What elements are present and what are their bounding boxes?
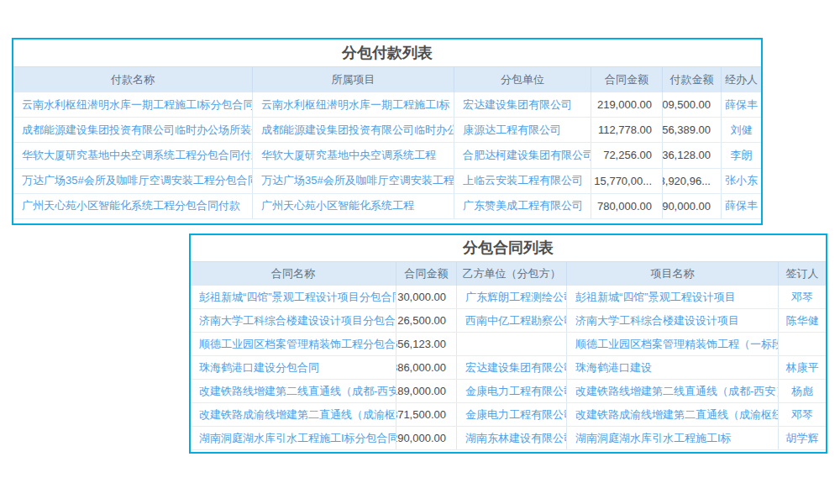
payment-amount-column-header: 付款金额 — [663, 67, 722, 92]
payment-amount-cell: 56,389.00 — [663, 118, 722, 142]
handler-cell[interactable]: 刘健 — [722, 118, 761, 142]
contract-amount-cell: 656,123.00 — [396, 333, 457, 355]
payment-table-header-row: 付款名称所属项目分包单位合同金额付款金额经办人 — [13, 67, 761, 92]
contract-name-cell[interactable]: 改建铁路成渝线增建第二直通线（成渝枢纽）电力... — [191, 403, 396, 426]
contract-amount-cell: 112,778.00 — [591, 118, 663, 142]
contract-amount-cell: 72,256.00 — [591, 143, 663, 167]
signer-cell[interactable]: 邓琴 — [779, 403, 826, 426]
table-row[interactable]: 顺德工业园区档案管理精装饰工程分包合同656,123.00顺德工业园区档案管理精… — [191, 333, 826, 356]
contract-amount-cell: 386,000.00 — [396, 356, 457, 379]
subcontract-unit-cell[interactable]: 上临云安装工程有限公司 — [454, 169, 591, 193]
payment-amount-cell: 36,128.00 — [663, 143, 722, 167]
table-row[interactable]: 湖南洞庭湖水库引水工程施工I标分包合同290,000.00湖南东林建设有限公司湖… — [191, 427, 826, 450]
payment-name-cell[interactable]: 成都能源建设集团投资有限公司临时办公场所装修改造... — [13, 118, 253, 142]
signer-cell[interactable]: 胡学辉 — [779, 427, 826, 449]
party-b-unit-cell[interactable]: 金康电力工程有限公司 — [457, 380, 567, 402]
payment-table-title: 分包付款列表 — [13, 39, 761, 67]
payment-amount-cell: 3,920,96... — [663, 169, 722, 193]
subcontract-payment-table: 分包付款列表 付款名称所属项目分包单位合同金额付款金额经办人 云南水利枢纽潜明水… — [12, 38, 763, 225]
table-row[interactable]: 珠海鹤港口建设分包合同386,000.00宏达建设集团有限公司珠海鹤港口建设林康… — [191, 356, 826, 380]
subcontract-unit-column-header: 分包单位 — [454, 67, 591, 92]
signer-cell — [779, 333, 826, 355]
party-b-unit-cell[interactable]: 宏达建设集团有限公司 — [457, 356, 567, 379]
contract-amount-cell: 219,000.00 — [591, 92, 663, 117]
subcontract-contract-table: 分包合同列表 合同名称合同金额乙方单位（分包方）项目名称签订人 彭祖新城“四馆”… — [189, 234, 827, 454]
project-cell[interactable]: 成都能源建设集团投资有限公司临时办公场所... — [253, 118, 454, 142]
payment-amount-cell: 109,500.00 — [663, 92, 722, 117]
contract-amount-cell: 189,000.00 — [396, 380, 457, 402]
contract-amount-cell: 780,000.00 — [591, 194, 663, 218]
contract-name-cell[interactable]: 顺德工业园区档案管理精装饰工程分包合同 — [191, 333, 396, 355]
table-row[interactable]: 广州天心苑小区智能化系统工程分包合同付款广州天心苑小区智能化系统工程广东赞美成工… — [13, 194, 761, 219]
contract-name-cell[interactable]: 珠海鹤港口建设分包合同 — [191, 356, 396, 379]
handler-cell[interactable]: 薛保丰 — [722, 92, 761, 117]
project-name-cell[interactable]: 彭祖新城“四馆”景观工程设计项目 — [567, 286, 779, 308]
table-row[interactable]: 济南大学工科综合楼建设设计项目分包合同26,500.00西南中亿工程勘察公司济南… — [191, 309, 826, 333]
project-cell[interactable]: 广州天心苑小区智能化系统工程 — [253, 194, 454, 218]
contract-table-body: 彭祖新城“四馆”景观工程设计项目分包合同30,000.00广东辉朗工程测绘公司彭… — [191, 286, 826, 450]
contract-amount-cell: 15,770,00... — [591, 169, 663, 193]
signer-cell[interactable]: 陈华健 — [779, 309, 826, 332]
payment-name-cell[interactable]: 华软大厦研究基地中央空调系统工程分包合同付款 — [13, 143, 253, 167]
project-name-cell[interactable]: 湖南洞庭湖水库引水工程施工I标 — [567, 427, 779, 449]
contract-name-cell[interactable]: 彭祖新城“四馆”景观工程设计项目分包合同 — [191, 286, 396, 308]
payment-name-column-header: 付款名称 — [13, 67, 253, 92]
subcontract-unit-cell[interactable]: 宏达建设集团有限公司 — [454, 92, 591, 117]
table-row[interactable]: 成都能源建设集团投资有限公司临时办公场所装修改造...成都能源建设集团投资有限公… — [13, 118, 761, 143]
project-name-cell[interactable]: 济南大学工科综合楼建设设计项目 — [567, 309, 779, 332]
payment-table-body: 云南水利枢纽潜明水库一期工程施工I标分包合同付款云南水利枢纽潜明水库一期工程施工… — [13, 92, 761, 219]
project-name-cell[interactable]: 顺德工业园区档案管理精装饰工程（一标段） — [567, 333, 779, 355]
table-row[interactable]: 万达广场35#会所及咖啡厅空调安装工程分包合同付款万达广场35#会所及咖啡厅空调… — [13, 169, 761, 194]
project-name-cell[interactable]: 改建铁路成渝线增建第二直通线（成渝枢纽）电力... — [567, 403, 779, 426]
payment-name-cell[interactable]: 云南水利枢纽潜明水库一期工程施工I标分包合同付款 — [13, 92, 253, 117]
contract-amount-column-header: 合同金额 — [591, 67, 663, 92]
project-cell[interactable]: 华软大厦研究基地中央空调系统工程 — [253, 143, 454, 167]
signer-cell[interactable]: 杨彪 — [779, 380, 826, 402]
party-b-unit-cell[interactable]: 湖南东林建设有限公司 — [457, 427, 567, 449]
handler-cell[interactable]: 李朗 — [722, 143, 761, 167]
signer-cell[interactable]: 邓琴 — [779, 286, 826, 308]
table-row[interactable]: 华软大厦研究基地中央空调系统工程分包合同付款华软大厦研究基地中央空调系统工程合肥… — [13, 143, 761, 168]
party-b-unit-column-header: 乙方单位（分包方） — [457, 262, 567, 286]
contract-amount-cell: 371,500.00 — [396, 403, 457, 426]
project-name-column-header: 项目名称 — [567, 262, 779, 286]
party-b-unit-cell[interactable]: 西南中亿工程勘察公司 — [457, 309, 567, 332]
subcontract-unit-cell[interactable]: 合肥达柯建设集团有限公司 — [454, 143, 591, 167]
payment-name-cell[interactable]: 广州天心苑小区智能化系统工程分包合同付款 — [13, 194, 253, 218]
contract-name-cell[interactable]: 济南大学工科综合楼建设设计项目分包合同 — [191, 309, 396, 332]
subcontract-unit-cell[interactable]: 广东赞美成工程有限公司 — [454, 194, 591, 218]
signer-cell[interactable]: 林康平 — [779, 356, 826, 379]
signer-column-header: 签订人 — [779, 262, 826, 286]
handler-cell[interactable]: 薛保丰 — [722, 194, 761, 218]
payment-name-cell[interactable]: 万达广场35#会所及咖啡厅空调安装工程分包合同付款 — [13, 169, 253, 193]
table-row[interactable]: 改建铁路成渝线增建第二直通线（成渝枢纽）电力...371,500.00金康电力工… — [191, 403, 826, 427]
contract-name-column-header: 合同名称 — [191, 262, 396, 286]
project-name-cell[interactable]: 改建铁路线增建第二线直通线（成都-西安）电力线... — [567, 380, 779, 402]
project-cell[interactable]: 云南水利枢纽潜明水库一期工程施工I标 — [253, 92, 454, 117]
table-row[interactable]: 云南水利枢纽潜明水库一期工程施工I标分包合同付款云南水利枢纽潜明水库一期工程施工… — [13, 92, 761, 118]
table-row[interactable]: 改建铁路线增建第二线直通线（成都-西安）电力线...189,000.00金康电力… — [191, 380, 826, 403]
contract-amount-cell: 26,500.00 — [396, 309, 457, 332]
handler-column-header: 经办人 — [722, 67, 761, 92]
project-cell[interactable]: 万达广场35#会所及咖啡厅空调安装工程 — [253, 169, 454, 193]
project-name-cell[interactable]: 珠海鹤港口建设 — [567, 356, 779, 379]
payment-amount-cell: 390,000.00 — [663, 194, 722, 218]
contract-name-cell[interactable]: 湖南洞庭湖水库引水工程施工I标分包合同 — [191, 427, 396, 449]
contract-amount-column-header: 合同金额 — [396, 262, 457, 286]
table-row[interactable]: 彭祖新城“四馆”景观工程设计项目分包合同30,000.00广东辉朗工程测绘公司彭… — [191, 286, 826, 309]
contract-name-cell[interactable]: 改建铁路线增建第二线直通线（成都-西安）电力线... — [191, 380, 396, 402]
contract-table-title: 分包合同列表 — [191, 235, 826, 262]
party-b-unit-cell[interactable]: 广东辉朗工程测绘公司 — [457, 286, 567, 308]
contract-amount-cell: 290,000.00 — [396, 427, 457, 449]
contract-table-header-row: 合同名称合同金额乙方单位（分包方）项目名称签订人 — [191, 262, 826, 286]
project-column-header: 所属项目 — [253, 67, 454, 92]
handler-cell[interactable]: 张小东 — [722, 169, 761, 193]
subcontract-unit-cell[interactable]: 康源达工程有限公司 — [454, 118, 591, 142]
party-b-unit-cell — [457, 333, 567, 355]
party-b-unit-cell[interactable]: 金康电力工程有限公司 — [457, 403, 567, 426]
contract-amount-cell: 30,000.00 — [396, 286, 457, 308]
